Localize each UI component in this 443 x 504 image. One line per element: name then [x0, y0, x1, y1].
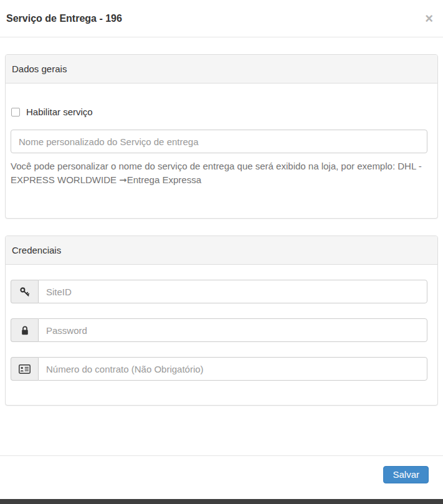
contract-number-input[interactable]: [38, 357, 427, 381]
custom-name-input[interactable]: [11, 130, 427, 153]
credentials-panel-heading: Credenciais: [6, 236, 437, 265]
general-panel-heading: Dados gerais: [6, 55, 437, 83]
modal-header: Serviço de Entrega - 196 ×: [0, 0, 443, 37]
page-bottom-bar: [0, 499, 443, 504]
credentials-panel: Credenciais: [5, 235, 438, 406]
general-panel: Dados gerais Habilitar serviço Você pode…: [5, 54, 438, 219]
close-icon[interactable]: ×: [424, 12, 434, 26]
modal-footer: Salvar: [0, 455, 443, 497]
contract-number-input-group: [11, 357, 427, 381]
siteid-input-group: [11, 280, 427, 303]
modal-title: Serviço de Entrega - 196: [6, 13, 122, 24]
custom-name-help-text: Você pode personalizar o nome do serviço…: [11, 159, 427, 187]
enable-service-row: Habilitar serviço: [11, 107, 427, 117]
enable-service-label: Habilitar serviço: [26, 107, 93, 117]
lock-icon: [11, 318, 38, 342]
enable-service-checkbox[interactable]: [11, 108, 20, 116]
id-card-icon: [11, 357, 38, 381]
modal-body: Dados gerais Habilitar serviço Você pode…: [0, 37, 443, 406]
password-input[interactable]: [38, 318, 427, 342]
credentials-panel-body: [6, 265, 437, 405]
key-icon: [11, 280, 38, 303]
siteid-input[interactable]: [38, 280, 427, 303]
save-button[interactable]: Salvar: [383, 466, 429, 483]
general-panel-body: Habilitar serviço Você pode personalizar…: [6, 83, 437, 218]
password-input-group: [11, 318, 427, 342]
